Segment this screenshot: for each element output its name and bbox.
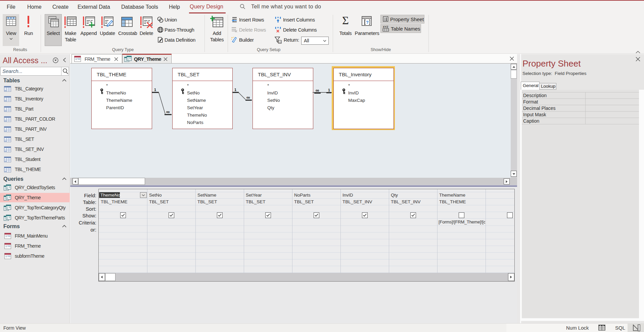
svg-text:∞: ∞ bbox=[246, 94, 250, 100]
svg-text:1: 1 bbox=[234, 88, 236, 92]
svg-text:XYZ: XYZ bbox=[383, 25, 388, 29]
svg-text:10: 10 bbox=[279, 41, 281, 43]
svg-text:∞: ∞ bbox=[166, 109, 170, 115]
svg-text:∞: ∞ bbox=[316, 87, 319, 93]
svg-text:?: ? bbox=[366, 20, 369, 25]
svg-text:1: 1 bbox=[328, 88, 330, 92]
svg-text:1: 1 bbox=[154, 88, 156, 92]
